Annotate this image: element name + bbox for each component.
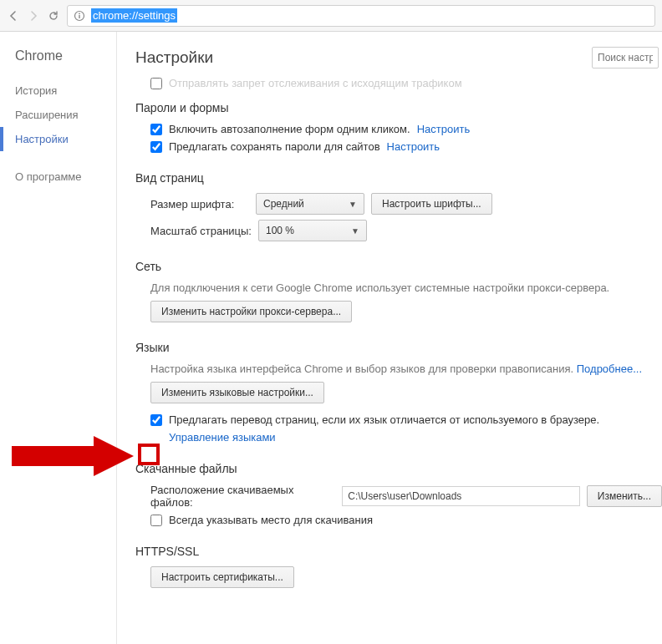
save-passwords-link[interactable]: Настроить xyxy=(387,140,440,153)
sidebar: Chrome История Расширения Настройки О пр… xyxy=(0,32,117,644)
autofill-checkbox[interactable] xyxy=(150,124,162,135)
info-icon[interactable] xyxy=(73,9,86,23)
ask-download-location-checkbox[interactable] xyxy=(150,515,162,526)
brand-title: Chrome xyxy=(0,48,116,79)
font-size-select[interactable]: Средний ▼ xyxy=(256,193,364,215)
back-icon[interactable] xyxy=(7,9,20,23)
caret-down-icon: ▼ xyxy=(351,226,359,236)
search-input[interactable] xyxy=(592,47,659,68)
network-description: Для подключения к сети Google Chrome исп… xyxy=(150,281,662,294)
learn-more-link[interactable]: Подробнее... xyxy=(577,363,642,375)
languages-description: Настройка языка интерфейса Chrome и выбо… xyxy=(150,363,662,375)
offer-translate-checkbox[interactable] xyxy=(150,414,162,426)
autofill-link[interactable]: Настроить xyxy=(417,123,471,135)
autofill-label: Включить автозаполнение форм одним клико… xyxy=(169,123,410,135)
page-zoom-label: Масштаб страницы: xyxy=(150,225,252,237)
sidebar-item-about[interactable]: О программе xyxy=(0,165,116,189)
main-panel: Настройки Отправлять запрет отслеживания… xyxy=(117,32,662,644)
offer-translate-label: Предлагать перевод страниц, если их язык… xyxy=(169,413,599,426)
section-https: HTTPS/SSL Настроить сертификаты... xyxy=(135,545,662,588)
address-bar[interactable]: chrome://settings xyxy=(67,5,655,27)
customize-fonts-button[interactable]: Настроить шрифты... xyxy=(371,193,492,215)
address-url: chrome://settings xyxy=(91,8,177,23)
save-passwords-label: Предлагать сохранять пароли для сайтов xyxy=(169,140,380,153)
section-appearance: Вид страниц Размер шрифта: Средний ▼ Нас… xyxy=(135,171,662,241)
section-passwords: Пароли и формы Включить автозаполнение ф… xyxy=(135,101,662,153)
section-heading: Языки xyxy=(135,341,662,354)
svg-rect-1 xyxy=(79,15,79,18)
svg-point-2 xyxy=(79,13,80,14)
change-download-path-button[interactable]: Изменить... xyxy=(587,485,662,507)
sidebar-item-history[interactable]: История xyxy=(0,79,116,103)
section-downloads: Скачанные файлы Расположение скачиваемых… xyxy=(135,462,662,526)
do-not-track-label: Отправлять запрет отслеживания с исходящ… xyxy=(169,77,462,89)
font-size-label: Размер шрифта: xyxy=(150,198,249,210)
page-zoom-value: 100 % xyxy=(266,225,294,236)
section-heading: Сеть xyxy=(135,260,662,273)
ask-download-location-label: Всегда указывать место для скачивания xyxy=(169,514,373,526)
certificates-button[interactable]: Настроить сертификаты... xyxy=(150,566,294,588)
save-passwords-checkbox[interactable] xyxy=(150,141,162,153)
page-zoom-select[interactable]: 100 % ▼ xyxy=(258,220,367,241)
reload-icon[interactable] xyxy=(47,9,60,23)
forward-icon[interactable] xyxy=(27,9,40,23)
browser-toolbar: chrome://settings xyxy=(0,0,662,32)
sidebar-item-extensions[interactable]: Расширения xyxy=(0,103,116,127)
do-not-track-checkbox[interactable] xyxy=(150,78,162,89)
section-network: Сеть Для подключения к сети Google Chrom… xyxy=(135,260,662,322)
sidebar-item-settings[interactable]: Настройки xyxy=(0,127,116,151)
manage-languages-link[interactable]: Управление языками xyxy=(169,431,276,444)
section-heading: HTTPS/SSL xyxy=(135,545,662,558)
page-title: Настройки xyxy=(135,48,592,67)
download-path-field[interactable] xyxy=(342,486,580,506)
font-size-value: Средний xyxy=(263,198,304,210)
language-settings-button[interactable]: Изменить языковые настройки... xyxy=(150,382,324,403)
section-heading: Пароли и формы xyxy=(135,101,662,114)
caret-down-icon: ▼ xyxy=(349,200,357,209)
section-heading: Вид страниц xyxy=(135,171,662,185)
section-heading: Скачанные файлы xyxy=(135,462,662,475)
proxy-settings-button[interactable]: Изменить настройки прокси-сервера... xyxy=(150,301,352,322)
download-path-label: Расположение скачиваемых файлов: xyxy=(150,484,335,509)
section-languages: Языки Настройка языка интерфейса Chrome … xyxy=(135,341,662,444)
